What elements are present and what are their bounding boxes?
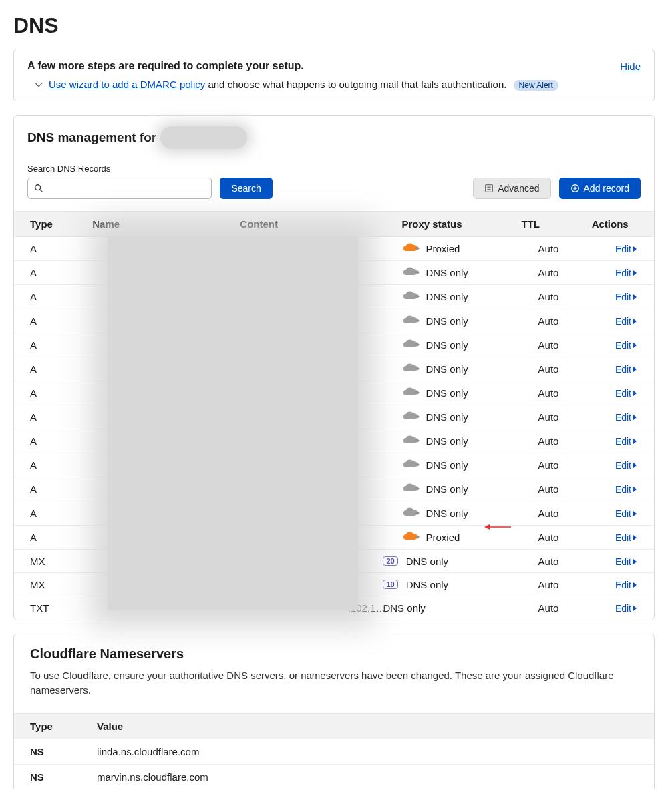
panel-title-prefix: DNS management for [27,130,156,145]
record-ttl: Auto [513,526,583,550]
record-ttl: Auto [513,573,583,596]
edit-link[interactable]: Edit [615,603,638,614]
record-type: A [14,453,84,477]
proxy-status-text: DNS only [406,556,448,567]
record-ttl: Auto [513,550,583,573]
record-ttl: Auto [513,596,583,620]
advanced-button[interactable]: Advanced [473,178,550,199]
caret-right-icon [633,318,638,325]
cloud-icon [401,435,420,447]
wizard-link[interactable]: Use wizard to add a DMARC policy [49,79,205,90]
edit-link[interactable]: Edit [615,388,638,399]
proxy-status-text: DNS only [383,602,425,614]
arrow-annotation-icon [483,522,512,532]
ns-value: linda.ns.cloudflare.com [81,739,654,764]
record-ttl: Auto [513,381,583,405]
proxy-status-text: DNS only [426,387,468,399]
col-name[interactable]: Name [84,212,232,237]
setup-item-text: Use wizard to add a DMARC policy and cho… [49,79,558,90]
proxy-status-text: DNS only [426,339,468,351]
col-content[interactable]: Content [232,212,393,237]
record-ttl: Auto [513,237,583,261]
search-icon [34,184,43,193]
edit-link[interactable]: Edit [615,316,638,327]
proxy-status-text: DNS only [426,459,468,471]
proxy-status-text: DNS only [426,435,468,447]
dns-management-panel: DNS management for Search DNS Records Se… [13,115,655,620]
col-ttl[interactable]: TTL [513,212,583,237]
caret-right-icon [633,414,638,421]
record-type: A [14,429,84,453]
ns-row: NSmarvin.ns.cloudflare.com [14,764,654,789]
search-label: Search DNS Records [27,164,641,174]
edit-link[interactable]: Edit [615,412,638,423]
ns-col-value: Value [81,713,654,739]
advanced-icon [484,184,494,193]
setup-title: A few more steps are required to complet… [27,60,304,72]
record-ttl: Auto [513,429,583,453]
edit-link[interactable]: Edit [615,532,638,543]
col-type[interactable]: Type [14,212,84,237]
record-ttl: Auto [513,357,583,381]
page-title: DNS [13,13,655,38]
record-type: A [14,285,84,309]
col-actions: Actions [584,212,654,237]
edit-link[interactable]: Edit [615,292,638,302]
plus-circle-icon [570,184,580,193]
record-ttl: Auto [513,405,583,429]
cloud-icon [401,459,420,471]
cloud-icon [401,411,420,423]
proxy-status-text: Proxied [426,243,460,254]
record-type: A [14,237,84,261]
caret-right-icon [633,270,638,276]
wizard-rest-text: and choose what happens to outgoing mail… [205,79,506,90]
proxy-status-text: DNS only [426,363,468,375]
record-ttl: Auto [513,285,583,309]
record-ttl: Auto [513,501,583,526]
ns-col-type: Type [14,713,81,739]
edit-link[interactable]: Edit [615,436,638,447]
record-ttl: Auto [513,453,583,477]
edit-link[interactable]: Edit [615,244,638,254]
add-record-button[interactable]: Add record [559,178,641,199]
ns-value: marvin.ns.cloudflare.com [81,764,654,789]
search-button[interactable]: Search [220,178,272,199]
edit-link[interactable]: Edit [615,364,638,375]
edit-link[interactable]: Edit [615,268,638,278]
record-type: A [14,501,84,526]
proxy-status-text: DNS only [426,267,468,278]
cloud-icon [401,507,420,520]
proxy-status-text: DNS only [406,579,448,590]
record-type: TXT [14,596,84,620]
edit-link[interactable]: Edit [615,508,638,519]
ns-desc: To use Cloudflare, ensure your authorita… [30,668,638,698]
col-proxy[interactable]: Proxy status [393,212,513,237]
cloud-icon [401,363,420,375]
proxy-status-text: DNS only [426,291,468,302]
edit-link[interactable]: Edit [615,460,638,471]
priority-badge: 20 [383,556,397,566]
caret-right-icon [633,558,638,565]
caret-right-icon [633,510,638,517]
cloud-icon [401,387,420,399]
record-type: A [14,381,84,405]
cloud-icon [401,290,420,303]
add-record-label: Add record [584,183,629,194]
ns-type: NS [14,739,81,764]
nameservers-panel: Cloudflare Nameservers To use Cloudflare… [13,634,655,789]
cloud-icon [401,315,420,327]
record-type: MX [14,550,84,573]
edit-link[interactable]: Edit [615,340,638,351]
caret-right-icon [633,342,638,349]
hide-link[interactable]: Hide [620,61,641,72]
caret-right-icon [633,582,638,588]
proxy-status-text: DNS only [426,483,468,495]
search-input[interactable] [27,178,212,199]
edit-link[interactable]: Edit [615,580,638,590]
record-type: A [14,261,84,285]
redacted-domain [160,126,247,149]
caret-right-icon [633,486,638,493]
cloud-icon [401,483,420,495]
edit-link[interactable]: Edit [615,556,638,567]
edit-link[interactable]: Edit [615,484,638,495]
